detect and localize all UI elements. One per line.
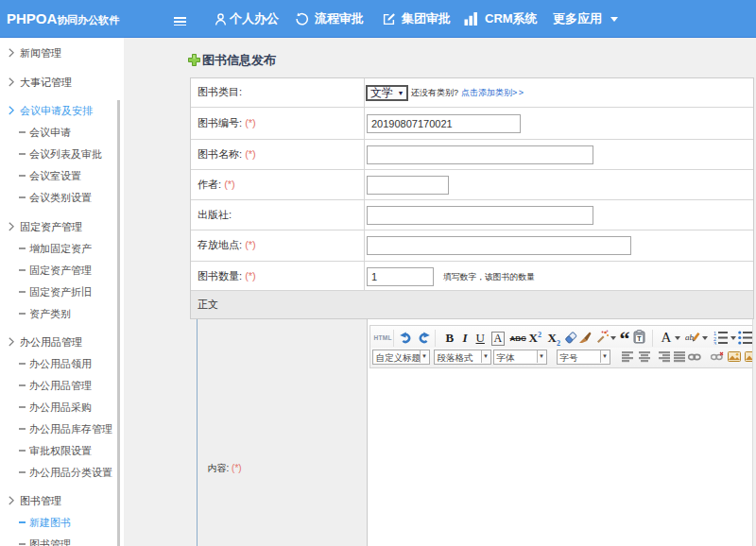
svg-text:T: T [637,335,642,342]
svg-text:3: 3 [713,341,716,346]
